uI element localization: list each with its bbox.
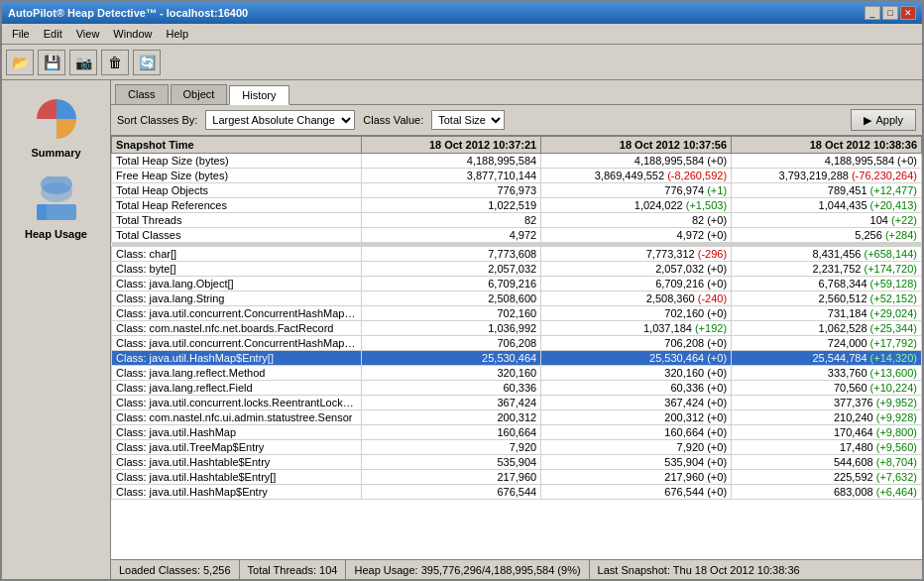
row-label: Total Heap Size (bytes): [112, 154, 362, 169]
row-value: 535,904: [362, 455, 541, 470]
row-value: 2,508,600: [362, 291, 541, 306]
save-button[interactable]: 💾: [38, 50, 65, 75]
row-value: 3,793,219,288 (-76,230,264): [732, 169, 922, 183]
nav-heap-usage[interactable]: Heap Usage: [7, 170, 106, 247]
table-row[interactable]: Class: java.util.HashMap$Entry676,544676…: [112, 485, 922, 500]
row-value: 789,451 (+12,477): [732, 183, 922, 198]
row-value: 3,869,449,552 (-8,260,592): [541, 169, 732, 183]
row-value: 2,231,752 (+174,720): [732, 262, 922, 277]
table-row[interactable]: Class: java.util.concurrent.ConcurrentHa…: [112, 336, 922, 351]
class-value-select[interactable]: Total Size Count: [431, 110, 505, 130]
right-panel: Class Object History Sort Classes By: La…: [111, 80, 922, 579]
table-wrapper[interactable]: Snapshot Time 18 Oct 2012 10:37:21 18 Oc…: [111, 136, 922, 559]
col-header-snapshot: Snapshot Time: [112, 137, 362, 154]
menu-help[interactable]: Help: [160, 26, 194, 42]
row-value: 1,044,435 (+20,413): [732, 198, 922, 213]
table-row[interactable]: Class: java.lang.reflect.Field60,33660,3…: [112, 381, 922, 396]
row-value: 1,062,528 (+25,344): [732, 321, 922, 336]
row-value: 683,008 (+6,464): [732, 485, 922, 500]
row-value: 676,544 (+0): [541, 485, 732, 500]
table-row[interactable]: Total Classes4,9724,972 (+0)5,256 (+284): [112, 228, 922, 243]
row-label: Class: java.util.Hashtable$Entry[]: [112, 470, 362, 485]
row-value: 702,160: [362, 306, 541, 321]
row-value: 4,188,995,584: [362, 154, 541, 169]
row-value: 170,464 (+9,800): [732, 425, 922, 440]
row-label: Class: java.util.concurrent.ConcurrentHa…: [112, 336, 362, 351]
main-content: Summary Heap Usage Class Object: [2, 80, 922, 579]
table-row[interactable]: Class: com.nastel.nfc.net.boards.FactRec…: [112, 321, 922, 336]
window-controls: _ □ ✕: [865, 6, 916, 20]
sort-select[interactable]: Largest Absolute Change Largest Relative…: [205, 110, 355, 130]
table-row[interactable]: Class: char[]7,773,6087,773,312 (-296)8,…: [112, 247, 922, 262]
tab-history[interactable]: History: [229, 85, 289, 105]
row-label: Free Heap Size (bytes): [112, 169, 362, 183]
title-bar: AutoPilot® Heap Detective™ - localhost:1…: [2, 2, 922, 24]
table-row[interactable]: Class: java.lang.Object[]6,709,2166,709,…: [112, 277, 922, 291]
row-value: 7,773,312 (-296): [541, 247, 732, 262]
row-value: 70,560 (+10,224): [732, 381, 922, 396]
table-row[interactable]: Class: com.nastel.nfc.ui.admin.statustre…: [112, 410, 922, 425]
menu-bar: File Edit View Window Help: [2, 24, 922, 45]
table-row[interactable]: Class: java.util.Hashtable$Entry[]217,96…: [112, 470, 922, 485]
tab-class[interactable]: Class: [115, 84, 169, 104]
row-label: Class: java.util.concurrent.locks.Reentr…: [112, 396, 362, 410]
row-value: 2,508,360 (-240): [541, 291, 732, 306]
toolbar: 📂 💾 📷 🗑 🔄: [2, 45, 922, 80]
table-row[interactable]: Class: java.util.TreeMap$Entry7,9207,920…: [112, 440, 922, 455]
table-row[interactable]: Class: java.util.HashMap$Entry[]25,530,4…: [112, 351, 922, 366]
row-value: 25,544,784 (+14,320): [732, 351, 922, 366]
table-row[interactable]: Class: java.lang.reflect.Method320,16032…: [112, 366, 922, 381]
row-label: Total Heap References: [112, 198, 362, 213]
status-loaded-classes: Loaded Classes: 5,256: [111, 560, 240, 579]
table-row[interactable]: Free Heap Size (bytes)3,877,710,1443,869…: [112, 169, 922, 183]
row-value: 2,057,032: [362, 262, 541, 277]
table-row[interactable]: Class: byte[]2,057,0322,057,032 (+0)2,23…: [112, 262, 922, 277]
table-row[interactable]: Class: java.lang.String2,508,6002,508,36…: [112, 291, 922, 306]
menu-edit[interactable]: Edit: [38, 26, 68, 42]
row-value: 706,208 (+0): [541, 336, 732, 351]
camera-button[interactable]: 📷: [69, 50, 97, 75]
refresh-button[interactable]: 🔄: [133, 50, 161, 75]
table-row[interactable]: Class: java.util.concurrent.ConcurrentHa…: [112, 306, 922, 321]
table-row[interactable]: Total Heap Objects776,973776,974 (+1)789…: [112, 183, 922, 198]
row-value: 6,709,216: [362, 277, 541, 291]
minimize-button[interactable]: _: [865, 6, 880, 20]
class-value-label: Class Value:: [363, 114, 423, 126]
row-label: Class: java.lang.Object[]: [112, 277, 362, 291]
row-value: 6,709,216 (+0): [541, 277, 732, 291]
table-row[interactable]: Class: java.util.concurrent.locks.Reentr…: [112, 396, 922, 410]
delete-button[interactable]: 🗑: [101, 50, 129, 75]
row-value: 104 (+22): [732, 213, 922, 228]
row-value: 1,024,022 (+1,503): [541, 198, 732, 213]
close-button[interactable]: ✕: [900, 6, 916, 20]
nav-summary[interactable]: Summary: [7, 88, 106, 166]
row-label: Class: java.util.Hashtable$Entry: [112, 455, 362, 470]
open-folder-button[interactable]: 📂: [6, 50, 34, 75]
row-label: Class: java.util.HashMap$Entry[]: [112, 351, 362, 366]
table-row[interactable]: Total Heap Size (bytes)4,188,995,5844,18…: [112, 154, 922, 169]
row-value: 333,760 (+13,600): [732, 366, 922, 381]
menu-file[interactable]: File: [6, 26, 36, 42]
row-value: 367,424: [362, 396, 541, 410]
table-row[interactable]: Class: java.util.Hashtable$Entry535,9045…: [112, 455, 922, 470]
row-label: Class: char[]: [112, 247, 362, 262]
table-row[interactable]: Total Threads8282 (+0)104 (+22): [112, 213, 922, 228]
row-value: 1,036,992: [362, 321, 541, 336]
table-row[interactable]: Class: java.util.HashMap160,664160,664 (…: [112, 425, 922, 440]
row-label: Total Heap Objects: [112, 183, 362, 198]
status-bar: Loaded Classes: 5,256 Total Threads: 104…: [111, 559, 922, 579]
row-value: 2,560,512 (+52,152): [732, 291, 922, 306]
row-value: 1,037,184 (+192): [541, 321, 732, 336]
row-value: 676,544: [362, 485, 541, 500]
status-last-snapshot: Last Snapshot: Thu 18 Oct 2012 10:38:36: [590, 560, 922, 579]
menu-window[interactable]: Window: [107, 26, 158, 42]
row-value: 200,312 (+0): [541, 410, 732, 425]
tab-object[interactable]: Object: [171, 84, 228, 104]
summary-label: Summary: [31, 147, 80, 159]
table-row[interactable]: Total Heap References1,022,5191,024,022 …: [112, 198, 922, 213]
row-value: 200,312: [362, 410, 541, 425]
menu-view[interactable]: View: [70, 26, 106, 42]
row-value: 320,160 (+0): [541, 366, 732, 381]
apply-button[interactable]: ▶ Apply: [851, 109, 916, 131]
maximize-button[interactable]: □: [882, 6, 898, 20]
